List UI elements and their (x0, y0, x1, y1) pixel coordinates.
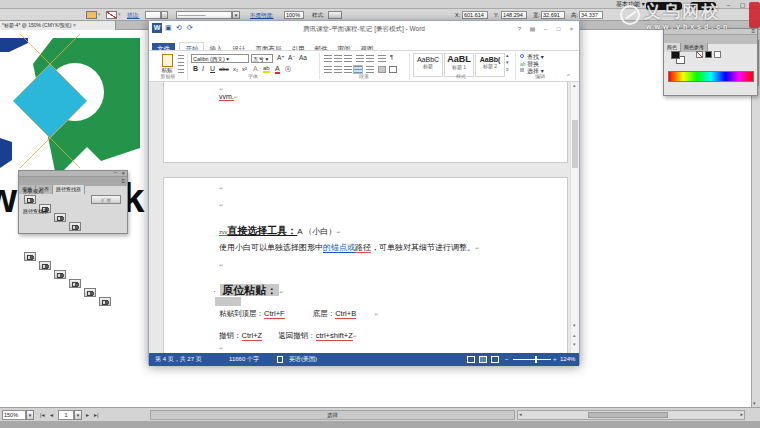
last-artboard-icon[interactable]: ▸| (94, 411, 99, 418)
cut-button[interactable] (178, 55, 184, 60)
x-field[interactable]: 601.614 (462, 11, 488, 19)
doc-body-line[interactable]: 使用小白可以单独选择图形中的锚点或路径，可单独对其细节进行调整。↵ (219, 242, 479, 253)
zoom-dropdown[interactable]: ▾ (26, 410, 34, 420)
white-swatch[interactable] (714, 51, 721, 58)
zoom-slider[interactable] (513, 359, 551, 360)
word-vertical-scrollbar[interactable]: ▴ ▾ ▴ ▾ (570, 82, 579, 353)
color-spectrum-bar[interactable] (668, 71, 754, 82)
grow-font-button[interactable]: A⁺ (277, 54, 285, 62)
strikethrough-button[interactable]: abc (219, 66, 229, 72)
black-swatch[interactable] (705, 51, 712, 58)
zoom-out-button[interactable]: − (505, 353, 509, 366)
previous-page-button[interactable]: ▴ (573, 332, 576, 338)
multilevel-list-button[interactable] (344, 55, 352, 62)
stroke-link[interactable]: 描边: (127, 12, 140, 19)
minimize-button[interactable]: – (539, 23, 552, 35)
scroll-down-arrow[interactable]: ▾ (573, 322, 576, 328)
panel-menu-icon[interactable]: ≡ (751, 28, 755, 34)
variable-width-profile[interactable]: ————— (176, 11, 232, 19)
panel-close-icon[interactable]: × (121, 170, 125, 176)
height-field[interactable]: 34.337 (579, 11, 603, 19)
workspace-switcher[interactable]: 基本功能 ▾ (612, 0, 649, 9)
artboard-dropdown[interactable]: ▾ (74, 410, 82, 420)
web-layout-icon[interactable] (491, 356, 499, 363)
expand-button[interactable]: 扩展 (91, 195, 121, 204)
increase-indent-button[interactable] (366, 55, 374, 62)
minus-back-button[interactable] (99, 297, 111, 306)
styles-scroll-down-icon[interactable]: ▾ (506, 59, 509, 65)
stroke-weight-stepper[interactable] (161, 11, 168, 19)
color-panel-tab-1[interactable]: 颜色参考 (681, 43, 708, 52)
numbering-button[interactable] (334, 55, 342, 62)
scroll-down-arrow[interactable]: ▾ (753, 400, 756, 406)
align-right-button[interactable] (344, 66, 352, 73)
italic-button[interactable]: I (202, 65, 204, 72)
save-icon[interactable]: ▣ (165, 24, 172, 32)
shrink-font-button[interactable]: A⁻ (288, 54, 296, 62)
ribbon-display-options-button[interactable]: ▤ (526, 23, 539, 35)
scroll-left-arrow[interactable]: ◂ (519, 411, 522, 417)
prev-artboard-icon[interactable]: ◂ (50, 411, 53, 418)
scroll-thumb[interactable] (572, 120, 578, 168)
page-indicator[interactable]: 第 4 页，共 27 页 (155, 353, 202, 366)
outline-button[interactable] (84, 288, 96, 297)
next-page-button[interactable]: ▾ (573, 341, 576, 347)
zoom-in-button[interactable]: + (553, 353, 557, 366)
close-button[interactable]: × (565, 23, 578, 35)
subscript-button[interactable]: x₂ (233, 66, 238, 72)
stroke-weight-field[interactable] (145, 11, 161, 19)
zoom-slider-thumb[interactable] (535, 356, 537, 363)
decrease-indent-button[interactable] (356, 55, 364, 62)
none-swatch[interactable] (696, 51, 703, 58)
copy-button[interactable] (178, 62, 184, 67)
print-layout-icon[interactable] (479, 356, 487, 363)
word-title-bar[interactable]: W ▣ ⟲ ⟳ 腾讯课堂-平面课程-笔记 [兼容模式] - Word ? ▤ –… (149, 21, 579, 37)
highlight-color-button[interactable]: ab (263, 65, 270, 73)
trim-button[interactable] (39, 261, 51, 270)
font-size-select[interactable]: 五号 ▾ (251, 54, 273, 63)
underline-button[interactable]: U (210, 65, 215, 72)
document-tab[interactable]: *标题-4* @ 150% (CMYK/预览) × (0, 21, 116, 30)
opacity-field[interactable]: 100% (284, 11, 304, 19)
zoom-level[interactable]: 124% (560, 353, 575, 366)
superscript-button[interactable]: x² (242, 66, 247, 72)
panel-menu-icon[interactable]: ≡ (121, 178, 125, 184)
paste-button[interactable]: 粘贴 (156, 53, 178, 75)
sort-button[interactable] (378, 55, 386, 62)
proofing-icon[interactable] (277, 356, 283, 363)
width-field[interactable]: 32.691 (541, 11, 565, 19)
document-tab-close-icon[interactable]: × (73, 22, 76, 28)
stroke-color-swatch[interactable] (106, 11, 117, 19)
collapse-ribbon-icon[interactable]: ^ (567, 73, 570, 79)
first-artboard-icon[interactable]: |◂ (40, 411, 45, 418)
pathfinder-tab-2[interactable]: 路径查找器 (53, 185, 85, 194)
profile-dropdown[interactable]: ▾ (232, 11, 240, 19)
panel-minimize-icon[interactable]: – (114, 169, 117, 175)
styles-scroll-up-icon[interactable]: ▴ (506, 52, 509, 58)
undo-icon[interactable]: ⟲ (176, 24, 182, 32)
scroll-right-arrow[interactable]: ▸ (740, 411, 743, 417)
unite-button[interactable] (24, 195, 36, 204)
help-button[interactable]: ? (513, 23, 526, 35)
doc-line-paste-shortcuts[interactable]: 粘贴到顶层：Ctrl+F底层：Ctrl+B↵ (219, 309, 378, 319)
shading-button[interactable] (378, 66, 386, 73)
font-family-select[interactable]: Calibri (西文) ▾ (191, 54, 249, 63)
document-area[interactable]: ↵ vvm.↵ ↵ ↵ zvv直接选择工具：A （小白）↵ 使用小白可以单独选择… (149, 82, 579, 353)
borders-button[interactable] (389, 66, 397, 73)
divide-button[interactable] (24, 252, 36, 261)
fill-indicator[interactable] (671, 51, 680, 59)
intersect-button[interactable] (54, 213, 66, 222)
restore-button[interactable]: □ (552, 23, 565, 35)
document-page-2[interactable] (163, 177, 568, 353)
show-marks-button[interactable]: ¶ (390, 54, 393, 60)
align-center-button[interactable] (334, 66, 342, 73)
y-field[interactable]: 148.294 (501, 11, 527, 19)
scroll-up-arrow[interactable]: ▴ (573, 82, 576, 88)
doc-line-undo-shortcuts[interactable]: 撤销：Ctrl+Z返回撤销：ctrl+shift+Z↵ (219, 331, 357, 341)
redo-icon[interactable]: ⟳ (187, 24, 193, 32)
read-mode-icon[interactable] (467, 356, 475, 363)
artboard-field[interactable]: 1 (58, 410, 74, 420)
scroll-thumb[interactable] (588, 412, 668, 418)
crop-button[interactable] (69, 279, 81, 288)
next-artboard-icon[interactable]: ▸ (86, 411, 89, 418)
